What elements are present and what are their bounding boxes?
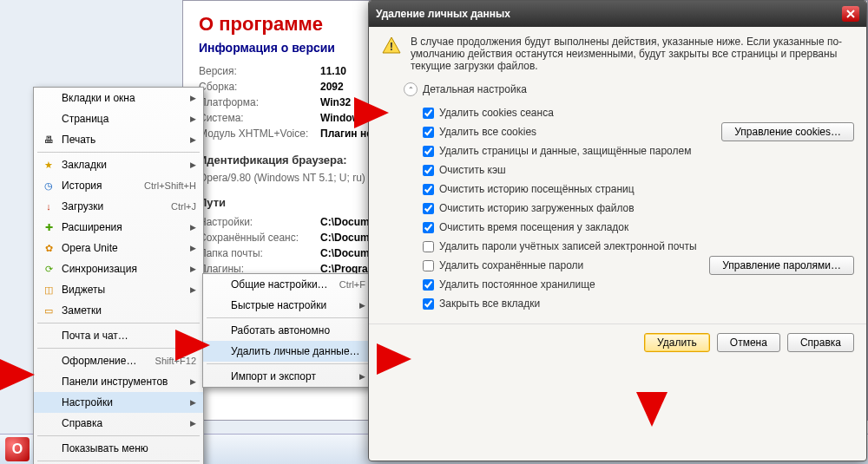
menu-item-label: Страница — [62, 113, 190, 125]
menu-item-icon: 🖶 — [41, 133, 56, 147]
detail-toggle[interactable]: ⌃ Детальная настройка — [404, 82, 854, 96]
menu-item[interactable]: Страница▶ — [34, 108, 203, 129]
menu-item-label: Оформление… — [62, 355, 155, 367]
close-icon — [846, 10, 855, 18]
menu-item[interactable]: Вкладки и окна▶ — [34, 88, 203, 108]
option-checkbox[interactable] — [423, 108, 434, 119]
menu-item[interactable]: Показывать меню — [34, 438, 203, 459]
close-button[interactable] — [842, 6, 859, 22]
option-label: Очистить время посещения у закладок — [439, 221, 628, 233]
manage-button[interactable]: Управление паролями… — [709, 256, 854, 275]
option-label: Удалить страницы и данные, защищённые па… — [439, 145, 691, 157]
menu-item-label: Расширения — [62, 221, 190, 233]
submenu-item[interactable]: Работать автономно — [203, 320, 372, 341]
menu-item-icon — [41, 329, 56, 343]
annotation-arrow-4 — [377, 343, 411, 375]
chevron-up-icon: ⌃ — [404, 82, 418, 96]
menu-separator — [207, 317, 369, 318]
submenu-item[interactable]: Удалить личные данные… — [203, 341, 372, 362]
option-row: Удалить постоянное хранилище — [423, 275, 854, 294]
annotation-arrow-5 — [636, 392, 667, 427]
menu-item-icon: ✚ — [41, 220, 56, 234]
menu-separator — [37, 152, 200, 153]
option-row: Очистить историю загруженных файлов — [423, 199, 854, 218]
menu-item[interactable]: ✿Opera Unite▶ — [34, 238, 203, 258]
menu-item[interactable]: Справка▶ — [34, 413, 203, 434]
menu-item[interactable]: ▭Заметки — [34, 300, 203, 321]
option-row: Удалить пароли учётных записей электронн… — [423, 237, 854, 256]
menu-item-label: Opera Unite — [62, 242, 190, 254]
option-checkbox[interactable] — [423, 184, 434, 195]
submenu-item-label: Общие настройки… — [231, 278, 339, 291]
annotation-arrow-1 — [0, 359, 35, 390]
menu-item-label: Загрузки — [62, 200, 171, 212]
option-checkbox[interactable] — [423, 165, 434, 176]
submenu-item-label: Удалить личные данные… — [231, 345, 365, 357]
menu-item[interactable]: ◫Виджеты▶ — [34, 279, 203, 300]
option-row: Удалить страницы и данные, защищённые па… — [423, 141, 854, 160]
svg-text:!: ! — [390, 40, 393, 53]
option-checkbox[interactable] — [423, 279, 434, 291]
submenu-item-label: Работать автономно — [231, 324, 365, 337]
option-checkbox[interactable] — [423, 241, 434, 252]
option-label: Удалить постоянное хранилище — [439, 278, 595, 291]
menu-item[interactable]: ✚Расширения▶ — [34, 217, 203, 238]
option-label: Удалить cookies сеанса — [439, 107, 554, 119]
menu-item[interactable]: Настройки▶ — [34, 392, 203, 413]
menu-item-icon: ↓ — [41, 199, 56, 213]
submenu-arrow-icon: ▶ — [190, 160, 196, 169]
option-checkbox[interactable] — [423, 260, 434, 271]
menu-item-icon: ★ — [41, 158, 56, 172]
menu-item[interactable]: 🖶Печать▶ — [34, 129, 203, 150]
submenu-arrow-icon: ▶ — [359, 372, 365, 381]
option-checkbox[interactable] — [423, 222, 434, 233]
menu-item-icon: ✿ — [41, 241, 56, 255]
menu-item-label: Заметки — [62, 304, 196, 317]
cancel-button[interactable]: Отмена — [717, 333, 780, 352]
option-checkbox[interactable] — [423, 127, 434, 138]
menu-separator — [37, 461, 200, 461]
menu-item-label: Показывать меню — [62, 442, 196, 454]
menu-item-icon: ⟳ — [41, 262, 56, 276]
opera-menu-button[interactable]: O — [5, 437, 30, 461]
menu-item-icon — [41, 112, 56, 126]
menu-item[interactable]: ↓ЗагрузкиCtrl+J — [34, 196, 203, 217]
submenu-arrow-icon: ▶ — [190, 135, 196, 144]
menu-item-label: Справка — [62, 417, 190, 429]
option-checkbox[interactable] — [423, 298, 434, 310]
submenu-arrow-icon: ▶ — [190, 419, 196, 428]
submenu-arrow-icon: ▶ — [190, 398, 196, 407]
option-checkbox[interactable] — [423, 146, 434, 157]
option-label: Удалить сохранённые пароли — [439, 259, 583, 271]
option-label: Очистить кэш — [439, 164, 506, 176]
menu-item[interactable]: ◷ИсторияCtrl+Shift+H — [34, 175, 203, 196]
menu-separator — [37, 323, 200, 323]
menu-separator — [207, 363, 369, 364]
submenu-item[interactable]: Общие настройки…Ctrl+F — [203, 274, 372, 295]
menu-item-icon: ▭ — [41, 304, 56, 317]
menu-item-icon — [41, 375, 56, 389]
detail-label: Детальная настройка — [423, 83, 527, 95]
delete-button[interactable]: Удалить — [644, 333, 710, 352]
dialog-title: Удаление личных данных — [376, 8, 510, 20]
submenu-arrow-icon: ▶ — [190, 265, 196, 273]
menu-item-label: Панели инструментов — [62, 376, 190, 388]
menu-item[interactable]: ★Закладки▶ — [34, 154, 203, 175]
option-checkbox[interactable] — [423, 203, 434, 214]
delete-data-dialog: Удаление личных данных ! В случае продол… — [368, 0, 867, 461]
menu-item-label: История — [62, 180, 144, 192]
submenu-arrow-icon: ▶ — [190, 114, 196, 123]
menu-item[interactable]: Панели инструментов▶ — [34, 371, 203, 392]
submenu-arrow-icon: ▶ — [359, 301, 365, 310]
option-row: Очистить историю посещённых страниц — [423, 180, 854, 199]
menu-item-icon: ◫ — [41, 283, 56, 297]
menu-item[interactable]: ⟳Синхронизация▶ — [34, 258, 203, 279]
manage-button[interactable]: Управление cookies… — [721, 122, 854, 141]
menu-item-label: Вкладки и окна — [62, 92, 190, 104]
submenu-item[interactable]: Импорт и экспорт▶ — [203, 366, 372, 387]
submenu-item[interactable]: Быстрые настройки▶ — [203, 295, 372, 316]
submenu-arrow-icon: ▶ — [190, 244, 196, 252]
submenu-arrow-icon: ▶ — [190, 377, 196, 386]
help-button[interactable]: Справка — [787, 333, 854, 352]
option-label: Удалить пароли учётных записей электронн… — [439, 240, 697, 252]
